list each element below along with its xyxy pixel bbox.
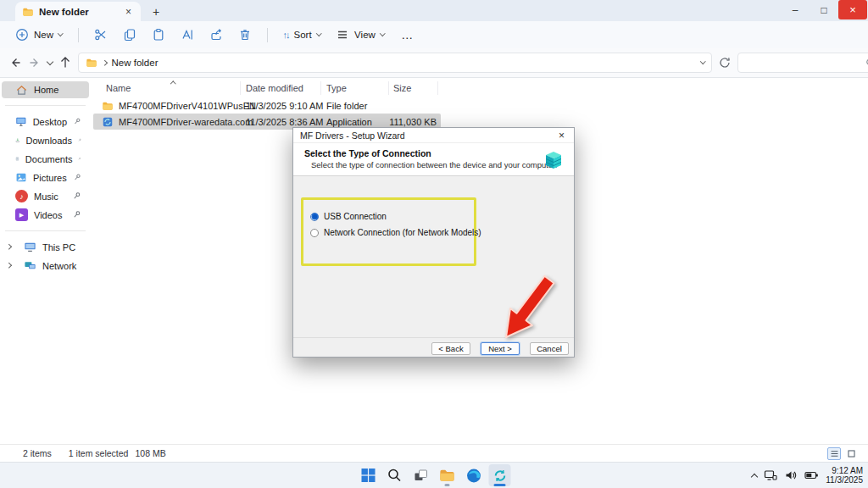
view-list-icon — [336, 28, 349, 42]
sidebar-item-label: Pictures — [33, 173, 67, 183]
expand-chevron-icon[interactable] — [6, 263, 11, 268]
task-view-button[interactable] — [410, 464, 432, 486]
downloads-icon — [15, 134, 20, 147]
sort-button[interactable]: ↑↓ Sort — [276, 24, 328, 46]
column-divider[interactable] — [320, 81, 321, 95]
new-button[interactable]: New — [8, 24, 70, 46]
new-button-label: New — [34, 30, 53, 40]
sidebar-item-network[interactable]: Network — [2, 257, 89, 274]
file-explorer-taskbar-icon[interactable] — [437, 464, 459, 486]
this-pc-icon — [24, 241, 36, 253]
breadcrumb-chevron-icon — [102, 60, 107, 65]
battery-icon[interactable] — [804, 469, 819, 482]
edge-taskbar-icon[interactable] — [463, 464, 485, 486]
address-bar[interactable]: New folder — [78, 53, 712, 73]
rename-button[interactable] — [174, 24, 201, 46]
cut-button[interactable] — [87, 24, 114, 46]
column-name[interactable]: Name — [106, 83, 131, 93]
expand-chevron-icon[interactable] — [6, 244, 11, 249]
maximize-button[interactable]: □ — [810, 0, 838, 19]
close-button[interactable]: × — [838, 0, 867, 19]
search-icon — [865, 57, 868, 69]
radio-option-usb[interactable]: USB Connection — [310, 212, 387, 221]
radio-unselected-icon[interactable] — [310, 229, 319, 237]
application-icon — [102, 116, 114, 128]
dialog-close-icon[interactable]: × — [556, 130, 567, 141]
radio-option-network[interactable]: Network Connection (for Network Models) — [310, 228, 481, 237]
sidebar-item-videos[interactable]: ▶ Videos — [2, 206, 89, 224]
network-icon — [24, 259, 36, 272]
search-input[interactable] — [744, 58, 865, 68]
new-tab-button[interactable]: + — [153, 5, 159, 19]
paste-button[interactable] — [145, 24, 172, 46]
system-tray: 9:12 AM 11/3/2025 — [752, 463, 863, 488]
file-name: MF4700MFDriverV4101WPusEN — [119, 101, 256, 111]
sidebar-item-label: Network — [42, 261, 76, 271]
refresh-button[interactable] — [718, 53, 732, 72]
sidebar-item-label: This PC — [42, 242, 75, 252]
command-bar: New ↑↓ Sort View — [0, 21, 868, 48]
recent-locations-button[interactable] — [47, 53, 53, 72]
clock-date: 11/3/2025 — [826, 475, 863, 485]
delete-button[interactable] — [231, 24, 259, 46]
column-size[interactable]: Size — [393, 83, 411, 93]
sidebar-item-pictures[interactable]: Pictures — [2, 169, 89, 186]
column-type[interactable]: Type — [326, 83, 347, 93]
start-button[interactable] — [358, 464, 380, 486]
chevron-down-icon — [316, 30, 321, 36]
dialog-subheading: Select the type of connection between th… — [311, 160, 557, 169]
address-dropdown-icon[interactable] — [700, 58, 705, 64]
see-more-button[interactable]: … — [392, 28, 422, 42]
file-row-folder[interactable]: MF4700MFDriverV4101WPusEN 11/3/2025 9:10… — [93, 97, 441, 114]
toolbar-divider — [267, 28, 268, 42]
breadcrumb-path[interactable]: New folder — [112, 58, 696, 68]
sidebar-item-music[interactable]: ♪ Music — [2, 187, 89, 205]
tab-new-folder[interactable]: New folder × — [15, 2, 141, 21]
address-bar-row: New folder — [0, 48, 868, 78]
sidebar-item-downloads[interactable]: Downloads — [2, 131, 89, 149]
details-view-toggle[interactable] — [827, 447, 841, 460]
sidebar-item-label: Desktop — [33, 117, 67, 127]
music-icon: ♪ — [15, 190, 28, 202]
volume-icon[interactable] — [784, 469, 798, 482]
minimize-button[interactable]: – — [781, 0, 810, 19]
network-tray-icon[interactable] — [764, 469, 777, 482]
radio-selected-icon[interactable] — [310, 213, 319, 221]
large-icons-view-toggle[interactable] — [844, 447, 858, 460]
dialog-title: MF Drivers - Setup Wizard — [300, 130, 556, 141]
share-button[interactable] — [203, 24, 230, 46]
search-box[interactable] — [737, 53, 868, 73]
view-button[interactable]: View — [329, 24, 391, 46]
pictures-icon — [15, 171, 27, 184]
column-divider[interactable] — [240, 81, 241, 95]
sidebar-item-this-pc[interactable]: This PC — [2, 238, 89, 256]
back-button[interactable] — [8, 53, 22, 72]
forward-button[interactable] — [28, 53, 42, 72]
setup-wizard-taskbar-icon[interactable] — [489, 464, 511, 486]
running-indicator — [445, 484, 450, 486]
status-bar: 2 items 1 item selected 108 MB — [0, 444, 868, 462]
dialog-title-bar[interactable]: MF Drivers - Setup Wizard × — [293, 128, 574, 143]
back-button[interactable]: < Back — [431, 342, 470, 355]
taskbar-clock[interactable]: 9:12 AM 11/3/2025 — [826, 466, 863, 485]
hidden-icons-chevron[interactable] — [751, 473, 758, 480]
tab-close-icon[interactable]: × — [123, 6, 134, 18]
up-button[interactable] — [58, 53, 72, 72]
folder-icon — [86, 57, 97, 69]
column-divider[interactable] — [388, 81, 389, 95]
sidebar-item-label: Videos — [34, 210, 62, 220]
window-controls: – □ × — [781, 0, 868, 21]
file-date: 11/3/2025 8:36 AM — [246, 117, 324, 127]
search-button[interactable] — [384, 464, 406, 486]
copy-icon — [123, 28, 136, 42]
copy-button[interactable] — [116, 24, 143, 46]
taskbar: 9:12 AM 11/3/2025 — [0, 462, 868, 488]
sidebar-item-documents[interactable]: Documents — [2, 150, 89, 168]
file-type: File folder — [326, 101, 367, 111]
chevron-down-icon — [380, 30, 385, 36]
sidebar-item-home[interactable]: Home — [2, 81, 89, 98]
column-date-modified[interactable]: Date modified — [246, 83, 303, 93]
clock-time: 9:12 AM — [826, 466, 863, 475]
column-divider[interactable] — [437, 81, 438, 95]
sidebar-item-desktop[interactable]: Desktop — [2, 113, 89, 130]
